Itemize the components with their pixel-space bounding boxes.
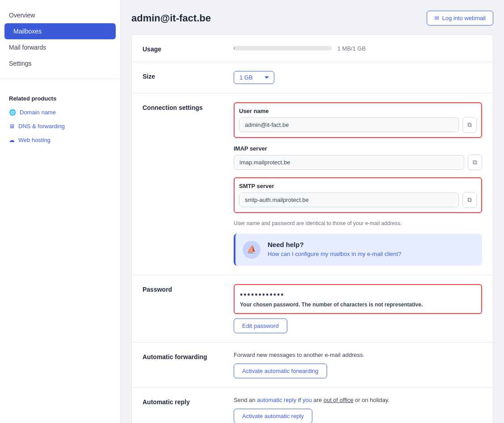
- password-hint: Your chosen password. The number of char…: [240, 302, 476, 308]
- imap-copy-button[interactable]: ⧉: [468, 155, 482, 170]
- size-section: Size 1 GB 512 MB 2 GB 5 GB 10 GB: [132, 62, 493, 93]
- smtp-copy-button[interactable]: ⧉: [462, 192, 477, 208]
- usage-text: 1 MB/1 GB: [337, 45, 366, 52]
- usage-bar-fill: [234, 46, 235, 50]
- help-box: ⛵ Need help? How can I configure my mail…: [234, 234, 482, 266]
- smtp-highlighted-box: SMTP server ⧉: [234, 177, 482, 213]
- connection-settings-content: User name ⧉ IMAP server ⧉: [234, 102, 482, 266]
- imap-field-group: IMAP server ⧉: [234, 145, 482, 170]
- username-input-row: ⧉: [239, 117, 477, 133]
- username-label: User name: [239, 108, 477, 114]
- main-header: admin@it-fact.be ✉ Log into webmail: [131, 11, 493, 25]
- activate-forwarding-button[interactable]: Activate automatic forwarding: [234, 364, 327, 378]
- username-copy-button[interactable]: ⧉: [462, 117, 477, 133]
- auto-forwarding-content: Forward new messages to another e-mail a…: [234, 352, 482, 378]
- main-card: Usage 1 MB/1 GB Size 1 GB 512 MB 2 GB 5: [131, 34, 493, 423]
- size-label: Size: [143, 71, 223, 84]
- password-label: Password: [143, 284, 223, 333]
- size-content: 1 GB 512 MB 2 GB 5 GB 10 GB: [234, 71, 482, 84]
- connection-settings-section: Connection settings User name ⧉ IMAP ser…: [132, 93, 493, 275]
- connection-settings-label: Connection settings: [143, 102, 223, 266]
- usage-content: 1 MB/1 GB: [234, 44, 482, 53]
- help-link[interactable]: How can I configure my mailbox in my e-m…: [268, 251, 401, 257]
- help-icon: ⛵: [243, 241, 260, 259]
- usage-bar-background: [234, 46, 332, 50]
- auto-reply-section: Automatic reply Send an automatic reply …: [132, 388, 493, 423]
- usage-label: Usage: [143, 44, 223, 53]
- sidebar-link-dns-forwarding[interactable]: 🖥DNS & forwarding: [0, 119, 120, 133]
- connection-hint: User name and password are identical to …: [234, 220, 482, 226]
- smtp-input-row: ⧉: [239, 192, 477, 208]
- auto-reply-label: Automatic reply: [143, 397, 223, 423]
- sidebar-link-web-hosting[interactable]: ☁Web hosting: [0, 133, 120, 147]
- imap-input-row: ⧉: [234, 155, 482, 170]
- auto-reply-description: Send an automatic reply if you are out o…: [234, 397, 482, 403]
- web-hosting-icon: ☁: [9, 137, 15, 143]
- auto-forwarding-section: Automatic forwarding Forward new message…: [132, 343, 493, 388]
- sidebar-item-overview[interactable]: Overview: [0, 7, 120, 23]
- activate-auto-reply-button[interactable]: Activate automatic reply: [234, 409, 312, 423]
- dns-forwarding-icon: 🖥: [9, 123, 15, 130]
- password-section: Password •••••••••••• Your chosen passwo…: [132, 275, 493, 343]
- smtp-input: [239, 193, 459, 207]
- sidebar-item-mail-forwards[interactable]: Mail forwards: [0, 39, 120, 55]
- imap-input: [234, 155, 464, 170]
- usage-section: Usage 1 MB/1 GB: [132, 35, 493, 62]
- help-text-content: Need help? How can I configure my mailbo…: [268, 241, 401, 257]
- domain-name-icon: 🌐: [9, 109, 16, 116]
- edit-password-button[interactable]: Edit password: [234, 318, 287, 333]
- page-title: admin@it-fact.be: [131, 13, 211, 24]
- password-dots: ••••••••••••: [240, 290, 476, 300]
- auto-reply-content: Send an automatic reply if you are out o…: [234, 397, 482, 423]
- imap-label: IMAP server: [234, 145, 482, 152]
- related-products-title: Related products: [0, 86, 120, 105]
- sidebar-item-mailboxes[interactable]: Mailboxes: [4, 23, 116, 39]
- log-into-webmail-button[interactable]: ✉ Log into webmail: [427, 11, 493, 25]
- main-content: admin@it-fact.be ✉ Log into webmail Usag…: [121, 0, 504, 423]
- password-content: •••••••••••• Your chosen password. The n…: [234, 284, 482, 333]
- sidebar-link-domain-name[interactable]: 🌐Domain name: [0, 105, 120, 119]
- auto-forwarding-label: Automatic forwarding: [143, 352, 223, 378]
- auto-forwarding-description: Forward new messages to another e-mail a…: [234, 352, 482, 358]
- size-select[interactable]: 1 GB 512 MB 2 GB 5 GB 10 GB: [234, 71, 274, 84]
- envelope-icon: ✉: [434, 15, 439, 21]
- help-title: Need help?: [268, 241, 401, 248]
- sidebar-item-settings[interactable]: Settings: [0, 55, 120, 71]
- automatic-reply-link[interactable]: automatic reply: [257, 397, 296, 403]
- smtp-label: SMTP server: [239, 183, 477, 189]
- username-input: [239, 117, 459, 132]
- lifebuoy-icon: ⛵: [247, 245, 256, 255]
- password-display-box: •••••••••••• Your chosen password. The n…: [234, 284, 482, 314]
- sidebar: OverviewMailboxesMail forwardsSettings R…: [0, 0, 121, 423]
- username-highlighted-box: User name ⧉: [234, 102, 482, 138]
